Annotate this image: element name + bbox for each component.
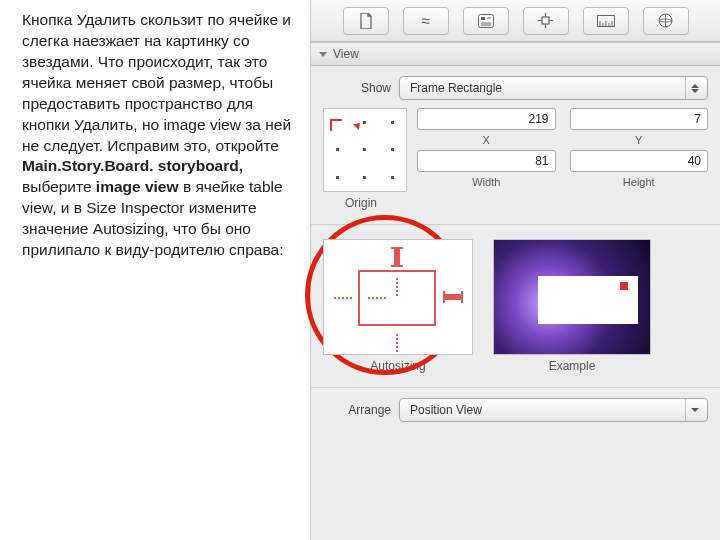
y-field[interactable]: 7 (570, 108, 709, 130)
svg-rect-1 (481, 17, 485, 20)
attributes-inspector-tab[interactable] (523, 7, 569, 35)
connections-inspector-tab[interactable] (643, 7, 689, 35)
autosizing-strut-top[interactable] (394, 248, 400, 266)
y-label: Y (570, 134, 709, 146)
autosizing-strut-right[interactable] (444, 294, 462, 300)
width-value: 81 (535, 154, 548, 168)
autosizing-spring-left[interactable] (334, 297, 354, 299)
view-section-header[interactable]: View (311, 42, 720, 66)
show-popup-value: Frame Rectangle (410, 81, 502, 95)
view-section-title: View (333, 47, 359, 61)
file-inspector-tab[interactable] (343, 7, 389, 35)
svg-rect-0 (478, 14, 493, 27)
y-value: 7 (694, 112, 701, 126)
autosizing-control[interactable] (323, 239, 473, 355)
arrange-popup-value: Position View (410, 403, 482, 417)
origin-picker[interactable] (323, 108, 407, 192)
x-field[interactable]: 219 (417, 108, 556, 130)
popup-down-arrow-icon (685, 399, 703, 421)
x-value: 219 (528, 112, 548, 126)
inspector-panel: ≈ View Show Frame Rectangle (310, 0, 720, 540)
x-label: X (417, 134, 556, 146)
show-label: Show (323, 81, 391, 95)
identity-inspector-tab[interactable] (463, 7, 509, 35)
width-label: Width (417, 176, 556, 188)
size-inspector-tab[interactable] (583, 7, 629, 35)
svg-rect-5 (542, 17, 549, 24)
origin-label: Origin (345, 196, 377, 210)
instruction-part1: Кнопка Удалить скользит по ячейке и слег… (22, 11, 291, 154)
instruction-bold-imageview: image view (96, 178, 179, 195)
view-frame-panel: Show Frame Rectangle Origin 219 7 X Y (311, 66, 720, 225)
autosizing-panel: Autosizing Example (311, 225, 720, 388)
instruction-part2: выберите (22, 178, 96, 195)
instruction-bold-storyboard: Main.Story.Board. storyboard, (22, 157, 243, 174)
popup-arrows-icon (685, 77, 703, 99)
autosizing-label: Autosizing (370, 359, 425, 373)
height-value: 40 (688, 154, 701, 168)
arrange-label: Arrange (323, 403, 391, 417)
arrange-popup[interactable]: Position View (399, 398, 708, 422)
instruction-text: Кнопка Удалить скользит по ячейке и слег… (0, 0, 310, 540)
inspector-tab-bar: ≈ (311, 0, 720, 42)
autosizing-example-preview (493, 239, 651, 355)
autosizing-spring-inner-h[interactable] (368, 297, 388, 299)
arrange-panel: Arrange Position View (311, 388, 720, 436)
autosizing-spring-bottom[interactable] (396, 332, 398, 352)
quick-help-tab[interactable]: ≈ (403, 7, 449, 35)
height-field[interactable]: 40 (570, 150, 709, 172)
autosizing-spring-inner-v[interactable] (396, 276, 398, 296)
example-label: Example (549, 359, 596, 373)
show-popup[interactable]: Frame Rectangle (399, 76, 708, 100)
disclosure-triangle-icon (319, 52, 327, 57)
width-field[interactable]: 81 (417, 150, 556, 172)
height-label: Height (570, 176, 709, 188)
